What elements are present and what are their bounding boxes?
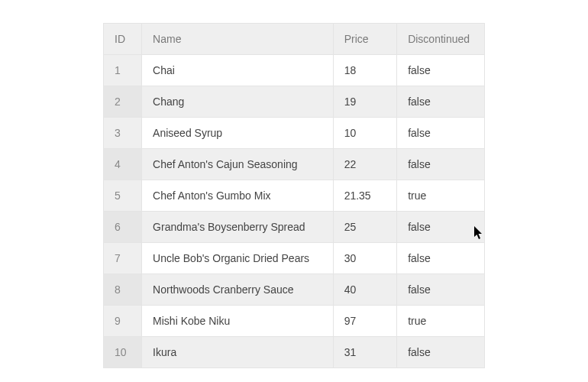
- cell-id: 4: [104, 149, 142, 180]
- cell-id: 10: [104, 337, 142, 368]
- table-row[interactable]: 4 Chef Anton's Cajun Seasoning 22 false: [104, 149, 485, 180]
- cell-price: 30: [333, 243, 397, 274]
- table-body: 1 Chai 18 false 2 Chang 19 false 3 Anise…: [104, 55, 485, 368]
- cell-name: Northwoods Cranberry Sauce: [142, 274, 334, 306]
- products-table[interactable]: ID Name Price Discontinued 1 Chai 18 fal…: [103, 23, 485, 368]
- cell-discontinued: true: [397, 180, 485, 212]
- col-header-discontinued[interactable]: Discontinued: [397, 24, 485, 55]
- col-header-price[interactable]: Price: [333, 24, 397, 55]
- table-row[interactable]: 1 Chai 18 false: [104, 55, 485, 86]
- cell-price: 40: [333, 274, 397, 306]
- cell-id: 9: [104, 306, 142, 337]
- table-row[interactable]: 7 Uncle Bob's Organic Dried Pears 30 fal…: [104, 243, 485, 274]
- table-row[interactable]: 3 Aniseed Syrup 10 false: [104, 118, 485, 149]
- cell-discontinued: false: [397, 55, 485, 86]
- cell-price: 97: [333, 306, 397, 337]
- cell-name: Uncle Bob's Organic Dried Pears: [142, 243, 334, 274]
- col-header-id[interactable]: ID: [104, 24, 142, 55]
- cell-discontinued: false: [397, 86, 485, 118]
- cell-price: 18: [333, 55, 397, 86]
- cell-price: 10: [333, 118, 397, 149]
- cell-price: 19: [333, 86, 397, 118]
- table-row[interactable]: 5 Chef Anton's Gumbo Mix 21.35 true: [104, 180, 485, 212]
- table-row[interactable]: 9 Mishi Kobe Niku 97 true: [104, 306, 485, 337]
- cell-discontinued: false: [397, 212, 485, 243]
- cell-name: Chef Anton's Cajun Seasoning: [142, 149, 334, 180]
- cell-id: 3: [104, 118, 142, 149]
- table-row[interactable]: 8 Northwoods Cranberry Sauce 40 false: [104, 274, 485, 306]
- cell-price: 25: [333, 212, 397, 243]
- cell-name: Chai: [142, 55, 334, 86]
- cell-price: 31: [333, 337, 397, 368]
- cell-id: 5: [104, 180, 142, 212]
- cell-discontinued: false: [397, 337, 485, 368]
- table-header: ID Name Price Discontinued: [104, 24, 485, 55]
- cell-name: Ikura: [142, 337, 334, 368]
- table-row[interactable]: 10 Ikura 31 false: [104, 337, 485, 368]
- table-row[interactable]: 6 Grandma's Boysenberry Spread 25 false: [104, 212, 485, 243]
- cell-discontinued: false: [397, 274, 485, 306]
- cell-name: Mishi Kobe Niku: [142, 306, 334, 337]
- cell-price: 22: [333, 149, 397, 180]
- cell-id: 7: [104, 243, 142, 274]
- cell-name: Chang: [142, 86, 334, 118]
- cell-discontinued: false: [397, 243, 485, 274]
- cell-id: 1: [104, 55, 142, 86]
- cell-id: 2: [104, 86, 142, 118]
- table-header-row: ID Name Price Discontinued: [104, 24, 485, 55]
- cell-price: 21.35: [333, 180, 397, 212]
- cell-name: Grandma's Boysenberry Spread: [142, 212, 334, 243]
- cell-id: 8: [104, 274, 142, 306]
- cell-discontinued: false: [397, 118, 485, 149]
- table-row[interactable]: 2 Chang 19 false: [104, 86, 485, 118]
- cell-discontinued: false: [397, 149, 485, 180]
- cell-name: Chef Anton's Gumbo Mix: [142, 180, 334, 212]
- cell-discontinued: true: [397, 306, 485, 337]
- cell-id: 6: [104, 212, 142, 243]
- cell-name: Aniseed Syrup: [142, 118, 334, 149]
- col-header-name[interactable]: Name: [142, 24, 334, 55]
